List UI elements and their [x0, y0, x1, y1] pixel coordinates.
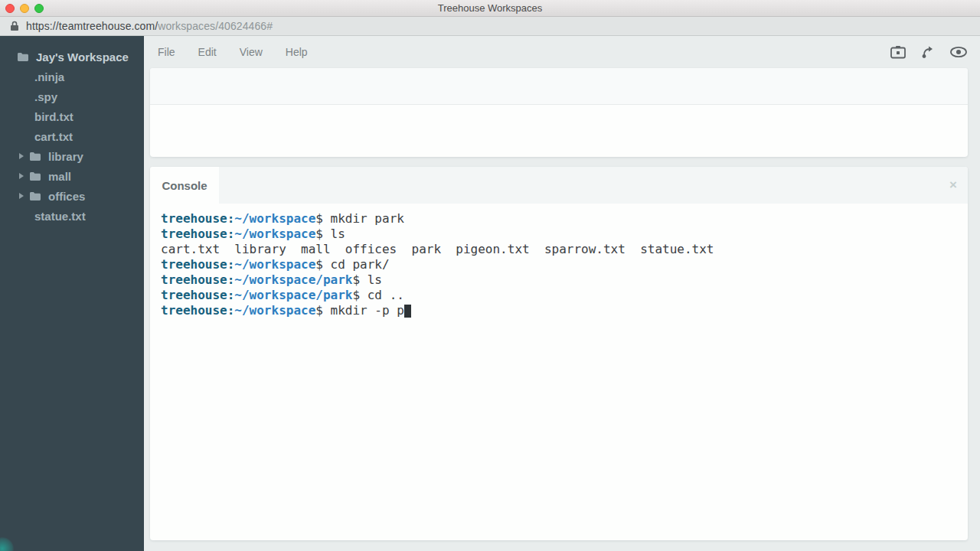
folder-icon	[30, 172, 41, 181]
editor-tab-strip	[150, 68, 968, 105]
fork-icon[interactable]	[921, 45, 935, 59]
sidebar-item-spy[interactable]: .spy	[0, 86, 144, 106]
close-icon[interactable]: ×	[949, 167, 957, 204]
file-label: statue.txt	[34, 210, 86, 223]
zoom-window-button[interactable]	[34, 4, 44, 13]
workspace-root[interactable]: Jay's Workspace	[0, 47, 144, 67]
lock-icon	[10, 21, 19, 31]
console-line: treehouse:~/workspace$ cd park/	[161, 257, 968, 272]
close-window-button[interactable]	[5, 4, 15, 13]
file-label: .ninja	[34, 70, 64, 83]
file-label: .spy	[34, 90, 57, 103]
folder-label: mall	[48, 170, 71, 183]
editor-panel	[150, 68, 968, 157]
sidebar-item-mall[interactable]: mall	[0, 166, 144, 186]
sidebar-item-statue-txt[interactable]: statue.txt	[0, 206, 144, 226]
folder-label: library	[48, 150, 83, 163]
folder-icon	[30, 192, 41, 201]
tab-console[interactable]: Console	[150, 167, 219, 204]
sidebar-item-library[interactable]: library	[0, 146, 144, 166]
terminal-cursor	[404, 305, 411, 318]
address-text[interactable]: https://teamtreehouse.com/workspaces/406…	[26, 20, 273, 32]
minimize-window-button[interactable]	[20, 4, 29, 13]
folder-label: offices	[48, 190, 85, 203]
camera-icon[interactable]	[890, 45, 906, 59]
editor-empty-area[interactable]	[150, 105, 968, 155]
browser-window: Treehouse Workspaces https://teamtreehou…	[0, 0, 980, 551]
console-tab-label: Console	[162, 179, 207, 192]
sidebar-item-cart-txt[interactable]: cart.txt	[0, 126, 144, 146]
menu-bar: File Edit View Help	[144, 36, 980, 68]
terminal-output[interactable]: treehouse:~/workspace$ mkdir park treeho…	[150, 204, 968, 318]
teal-corner-accent	[0, 537, 14, 551]
console-line: treehouse:~/workspace$ ls	[161, 227, 968, 242]
file-tree-sidebar: Jay's Workspace .ninja .spy bird.txt car…	[0, 36, 144, 551]
sidebar-item-ninja[interactable]: .ninja	[0, 67, 144, 86]
console-line: treehouse:~/workspace$ mkdir park	[161, 211, 968, 227]
folder-icon	[30, 152, 41, 161]
window-title: Treehouse Workspaces	[0, 2, 980, 14]
console-line: treehouse:~/workspace/park$ cd ..	[161, 288, 968, 303]
file-label: cart.txt	[34, 130, 73, 143]
url-bar[interactable]: https://teamtreehouse.com/workspaces/406…	[0, 17, 980, 36]
chevron-right-icon[interactable]	[19, 193, 24, 199]
console-line: treehouse:~/workspace/park$ ls	[161, 272, 968, 288]
folder-icon	[18, 53, 28, 61]
console-panel: Console × treehouse:~/workspace$ mkdir p…	[150, 167, 968, 540]
menu-view[interactable]: View	[240, 46, 263, 58]
console-input-line[interactable]: treehouse:~/workspace$ mkdir -p p	[161, 303, 968, 318]
console-tab-bar: Console ×	[150, 167, 968, 204]
titlebar: Treehouse Workspaces	[0, 0, 980, 17]
sidebar-item-bird-txt[interactable]: bird.txt	[0, 106, 144, 126]
file-label: bird.txt	[34, 110, 74, 123]
workspace-name: Jay's Workspace	[36, 51, 129, 64]
chevron-right-icon[interactable]	[19, 153, 24, 159]
menu-file[interactable]: File	[158, 46, 175, 58]
workspace-main: File Edit View Help	[144, 36, 980, 551]
chevron-right-icon[interactable]	[19, 173, 24, 179]
menu-help[interactable]: Help	[286, 46, 308, 58]
sidebar-item-offices[interactable]: offices	[0, 186, 144, 206]
menu-edit[interactable]: Edit	[198, 46, 217, 58]
console-output-line: cart.txt library mall offices park pigeo…	[161, 242, 968, 257]
eye-icon[interactable]	[949, 46, 968, 58]
